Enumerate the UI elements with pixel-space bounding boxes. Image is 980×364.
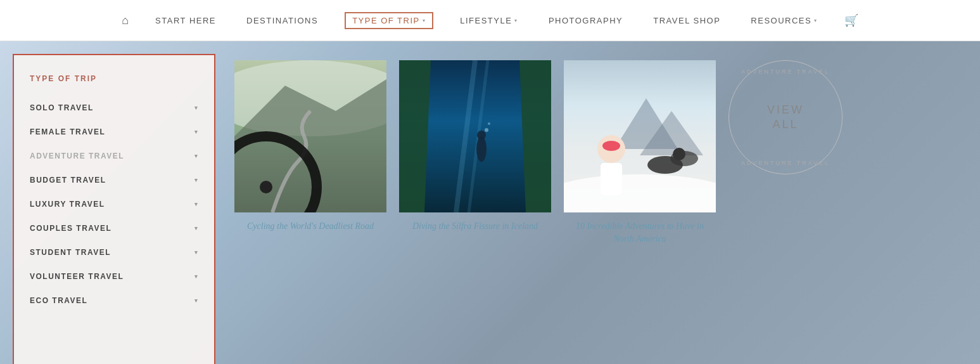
- chevron-right-icon: ▾: [194, 153, 199, 159]
- nav-photography[interactable]: PHOTOGRAPHY: [545, 13, 627, 28]
- chevron-right-icon: ▾: [194, 249, 199, 256]
- sidebar-item-budget-travel[interactable]: BUDGET TRAVEL ▾: [14, 168, 214, 192]
- nav-lifestyle[interactable]: LIFESTYLE ▾: [456, 13, 522, 28]
- sidebar-item-female-travel-label: FEMALE TRAVEL: [30, 127, 105, 136]
- chevron-down-icon: ▾: [814, 18, 818, 23]
- sidebar-item-couples-travel-label: COUPLES TRAVEL: [30, 224, 111, 233]
- main-area: TYPE OF TRIP SOLO TRAVEL ▾ FEMALE TRAVEL…: [0, 41, 980, 364]
- northamerica-image-visual: [564, 60, 716, 212]
- nav-travel-shop-label: TRAVEL SHOP: [653, 16, 720, 25]
- card-iceland-image: [399, 60, 551, 212]
- sidebar-item-volunteer-travel-label: VOLUNTEER TRAVEL: [30, 272, 124, 281]
- sidebar-item-luxury-travel[interactable]: LUXURY TRAVEL ▾: [14, 192, 214, 216]
- chevron-right-icon: ▾: [194, 105, 199, 111]
- svg-point-10: [476, 136, 487, 162]
- nav-start-here-label: START HERE: [155, 16, 216, 25]
- svg-point-11: [477, 131, 486, 140]
- arc-bottom-label: ADVENTURE TRAVEL: [741, 160, 830, 166]
- card-iceland[interactable]: Diving the Silfra Fissure in Iceland: [399, 60, 551, 233]
- nav-type-of-trip[interactable]: TYPE OF TRIP ▾: [345, 12, 433, 29]
- nav-resources-label: RESOURCES: [751, 16, 811, 25]
- sidebar-item-solo-travel-label: SOLO TRAVEL: [30, 103, 94, 112]
- sidebar: TYPE OF TRIP SOLO TRAVEL ▾ FEMALE TRAVEL…: [13, 54, 215, 364]
- card-cycling[interactable]: Cycling the World's Deadliest Road: [234, 60, 386, 233]
- nav-photography-label: PHOTOGRAPHY: [549, 16, 623, 25]
- sidebar-item-eco-travel[interactable]: ECO TRAVEL ▾: [14, 289, 214, 313]
- nav-travel-shop[interactable]: TRAVEL SHOP: [649, 13, 724, 28]
- card-north-america[interactable]: 10 Incredible Adventures to Have in Nort…: [564, 60, 716, 245]
- nav-resources[interactable]: RESOURCES ▾: [747, 13, 821, 28]
- chevron-down-icon: ▾: [514, 18, 518, 23]
- card-cycling-caption: Cycling the World's Deadliest Road: [234, 212, 386, 233]
- sidebar-title: TYPE OF TRIP: [14, 68, 214, 96]
- svg-point-17: [564, 174, 716, 212]
- sidebar-item-student-travel[interactable]: STUDENT TRAVEL ▾: [14, 240, 214, 264]
- card-north-america-caption: 10 Incredible Adventures to Have in Nort…: [564, 212, 716, 245]
- navbar: ⌂ START HERE DESTINATIONS TYPE OF TRIP ▾…: [0, 0, 980, 41]
- nav-type-of-trip-label: TYPE OF TRIP: [352, 16, 420, 25]
- sidebar-item-adventure-travel-label: ADVENTURE TRAVEL: [30, 152, 124, 160]
- card-iceland-caption: Diving the Silfra Fissure in Iceland: [399, 212, 551, 233]
- view-all-text: VIEW ALL: [767, 103, 804, 133]
- view-all-button[interactable]: ADVENTURE TRAVEL ADVENTURE TRAVEL VIEW A…: [729, 60, 843, 174]
- svg-point-13: [488, 122, 490, 125]
- chevron-right-icon: ▾: [194, 273, 199, 280]
- right-content: Cycling the World's Deadliest Road: [215, 41, 980, 364]
- view-all-line2: ALL: [767, 117, 804, 132]
- card-cycling-image: [234, 60, 386, 212]
- view-all-circle-border: ADVENTURE TRAVEL ADVENTURE TRAVEL VIEW A…: [729, 60, 843, 174]
- sidebar-item-student-travel-label: STUDENT TRAVEL: [30, 248, 111, 257]
- chevron-right-icon: ▾: [194, 201, 199, 207]
- chevron-right-icon: ▾: [194, 177, 199, 183]
- home-icon[interactable]: ⌂: [122, 14, 129, 27]
- arc-top-label: ADVENTURE TRAVEL: [741, 68, 830, 75]
- sidebar-item-female-travel[interactable]: FEMALE TRAVEL ▾: [14, 120, 214, 144]
- svg-point-20: [602, 141, 620, 151]
- nav-destinations[interactable]: DESTINATIONS: [243, 13, 322, 28]
- card-north-america-image: [564, 60, 716, 212]
- svg-point-23: [673, 148, 685, 160]
- chevron-right-icon: ▾: [194, 225, 199, 231]
- sidebar-item-volunteer-travel[interactable]: VOLUNTEER TRAVEL ▾: [14, 264, 214, 289]
- svg-point-4: [260, 181, 272, 193]
- svg-point-12: [485, 128, 488, 132]
- sidebar-item-couples-travel[interactable]: COUPLES TRAVEL ▾: [14, 216, 214, 240]
- svg-rect-19: [601, 163, 622, 195]
- nav-start-here[interactable]: START HERE: [151, 13, 220, 28]
- nav-lifestyle-label: LIFESTYLE: [460, 16, 512, 25]
- sidebar-item-budget-travel-label: BUDGET TRAVEL: [30, 176, 106, 185]
- iceland-image-visual: [399, 60, 551, 212]
- sidebar-item-luxury-travel-label: LUXURY TRAVEL: [30, 200, 105, 209]
- nav-destinations-label: DESTINATIONS: [246, 16, 318, 25]
- view-all-line1: VIEW: [767, 103, 804, 117]
- sidebar-item-adventure-travel[interactable]: ADVENTURE TRAVEL ▾: [14, 144, 214, 168]
- sidebar-item-solo-travel[interactable]: SOLO TRAVEL ▾: [14, 96, 214, 120]
- chevron-right-icon: ▾: [194, 297, 199, 304]
- chevron-right-icon: ▾: [194, 129, 199, 135]
- cycling-image-visual: [234, 60, 386, 212]
- cart-icon[interactable]: 🛒: [844, 13, 858, 27]
- chevron-down-icon: ▾: [423, 18, 426, 23]
- sidebar-item-eco-travel-label: ECO TRAVEL: [30, 296, 87, 305]
